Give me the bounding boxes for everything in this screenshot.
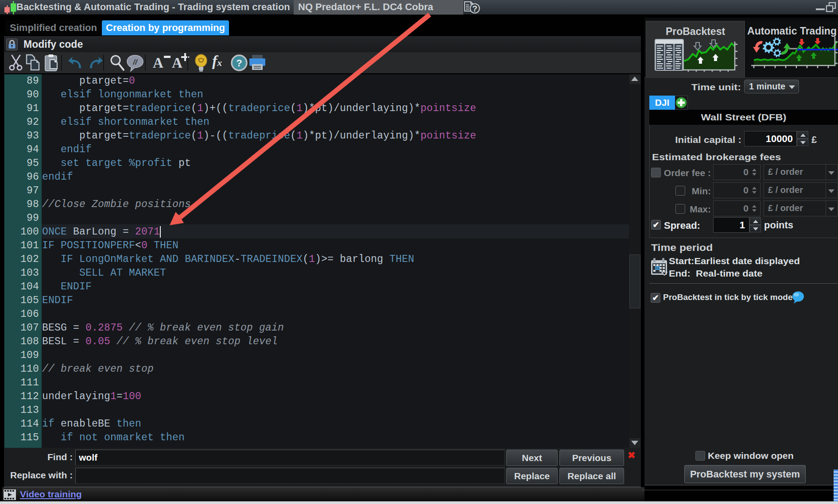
svg-text:?: ? bbox=[472, 4, 477, 13]
svg-text:?: ? bbox=[236, 58, 242, 69]
